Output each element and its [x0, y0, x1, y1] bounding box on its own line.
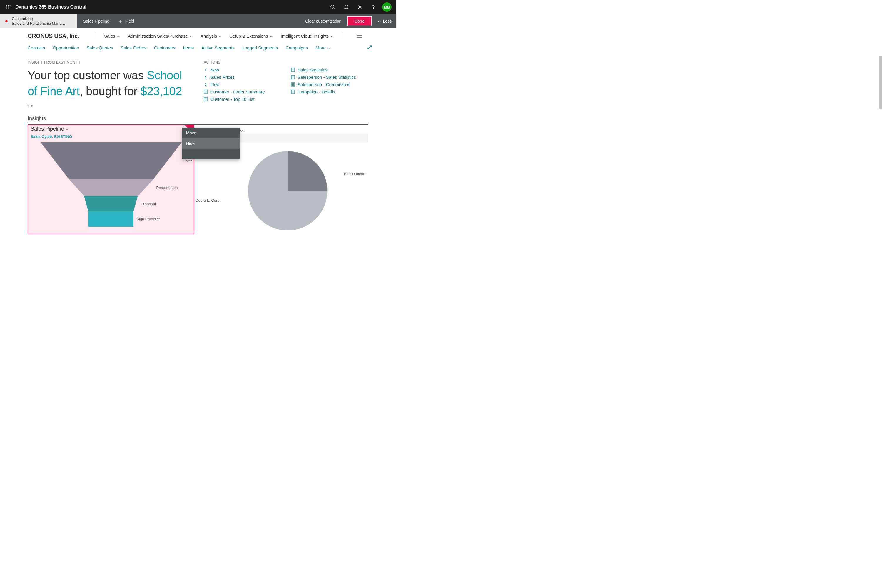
customizing-banner: Customizing Sales and Relationship Mana…: [0, 14, 77, 28]
subnav-link[interactable]: Items: [183, 45, 194, 50]
svg-point-0: [6, 5, 7, 6]
plus-icon: ＋: [118, 18, 123, 25]
svg-point-7: [8, 9, 9, 9]
subnav-link[interactable]: Customers: [154, 45, 176, 50]
pager-dot[interactable]: [31, 105, 33, 107]
company-name: CRONUS USA, Inc.: [28, 33, 86, 39]
insight-pager[interactable]: [28, 105, 192, 107]
funnel-stage-label: Proposal: [141, 202, 156, 206]
subnav-more[interactable]: More: [315, 45, 330, 50]
context-menu: Move Hide: [182, 128, 240, 159]
context-menu-move[interactable]: Move: [182, 128, 240, 138]
add-field-button[interactable]: ＋ Field: [118, 18, 134, 25]
user-avatar[interactable]: MB: [382, 2, 392, 12]
chevron-down-icon: [218, 33, 221, 39]
top-menu-item[interactable]: Sales: [104, 33, 120, 39]
subnav-link[interactable]: Sales Quotes: [86, 45, 113, 50]
action-link[interactable]: Salesperson - Commission: [291, 82, 356, 87]
action-link[interactable]: Flow: [204, 82, 265, 87]
chevron-right-icon: [204, 75, 208, 79]
settings-icon[interactable]: [353, 0, 366, 14]
document-icon: [291, 90, 295, 94]
svg-marker-41: [69, 179, 153, 196]
svg-point-5: [10, 7, 10, 8]
svg-point-8: [10, 9, 10, 9]
svg-point-3: [6, 7, 7, 8]
insights-section-title: Insights: [28, 116, 368, 124]
svg-line-10: [334, 8, 335, 9]
customizing-indicator-icon: [5, 20, 8, 23]
document-icon: [204, 90, 208, 94]
svg-marker-43: [88, 212, 134, 226]
top-menu-item[interactable]: Administration Sales/Purchase: [128, 33, 192, 39]
search-icon[interactable]: [326, 0, 339, 14]
chevron-right-icon: [204, 83, 208, 86]
chevron-up-icon: [378, 19, 381, 24]
subnav-link[interactable]: Contacts: [28, 45, 45, 50]
action-link[interactable]: Campaign - Details: [291, 89, 356, 94]
expand-icon[interactable]: [367, 45, 384, 51]
context-menu-spacer: [182, 149, 240, 159]
document-icon: [291, 82, 295, 87]
subnav-link[interactable]: Opportunities: [52, 45, 79, 50]
action-link[interactable]: Sales Prices: [204, 75, 265, 80]
sales-pipeline-card[interactable]: Sales Pipeline Sales Cycle: EXISTING Ini…: [28, 124, 194, 234]
pie-label: Bart Duncan: [344, 172, 365, 176]
document-icon: [204, 97, 208, 101]
pager-dot[interactable]: [28, 105, 29, 106]
svg-point-11: [359, 6, 361, 8]
insight-headline: Your top customer was School of Fine Art…: [28, 68, 192, 99]
pie-slice: [288, 151, 327, 191]
customizing-title: Customizing: [12, 16, 65, 21]
funnel-stage: Initial: [40, 142, 182, 179]
subnav-link[interactable]: Active Segments: [201, 45, 235, 50]
subnav-link[interactable]: Logged Segments: [242, 45, 278, 50]
tab-sales-pipeline[interactable]: Sales Pipeline: [83, 19, 110, 24]
action-link[interactable]: Customer - Order Summary: [204, 89, 265, 94]
action-link[interactable]: Customer - Top 10 List: [204, 97, 265, 102]
funnel-stage: Proposal: [84, 196, 138, 212]
svg-point-1: [8, 5, 9, 6]
top-menu-item[interactable]: Analysis: [201, 33, 221, 39]
notifications-icon[interactable]: [340, 0, 353, 14]
svg-point-6: [6, 9, 7, 9]
document-icon: [291, 75, 295, 80]
funnel-stage-label: Presentation: [156, 186, 178, 190]
funnel-stage-label: Sign Contract: [136, 217, 160, 221]
document-icon: [291, 68, 295, 72]
actions-heading: ACTIONS: [204, 60, 368, 64]
chevron-right-icon: [204, 68, 208, 72]
insight-overline: INSIGHT FROM LAST MONTH: [28, 60, 192, 64]
svg-point-4: [8, 7, 9, 8]
action-link[interactable]: Sales Statistics: [291, 68, 356, 72]
sales-pipeline-header[interactable]: Sales Pipeline: [31, 125, 191, 133]
divider: [342, 32, 342, 39]
svg-point-2: [10, 5, 10, 6]
clear-customization-link[interactable]: Clear customization: [305, 19, 341, 24]
chevron-down-icon: [116, 33, 120, 39]
more-commands-icon[interactable]: [357, 33, 362, 39]
app-launcher-icon[interactable]: [2, 5, 14, 9]
svg-marker-42: [84, 196, 138, 212]
funnel-stage: Sign Contract: [88, 212, 134, 226]
less-toggle[interactable]: Less: [378, 19, 392, 24]
action-link[interactable]: New: [204, 68, 265, 72]
pie-label: Debra L. Core: [195, 198, 220, 202]
divider: [95, 32, 95, 39]
customizing-subtitle: Sales and Relationship Mana…: [12, 21, 65, 26]
chevron-down-icon: [269, 33, 273, 39]
svg-marker-40: [40, 142, 182, 179]
top-menu-item[interactable]: Setup & Extensions: [230, 33, 273, 39]
chevron-down-icon: [240, 128, 243, 134]
chevron-down-icon: [189, 33, 192, 39]
chevron-down-icon: [330, 33, 333, 39]
subnav-link[interactable]: Sales Orders: [120, 45, 146, 50]
action-link[interactable]: Salesperson - Sales Statistics: [291, 75, 356, 80]
help-icon[interactable]: [367, 0, 380, 14]
done-button[interactable]: Done: [347, 16, 372, 26]
funnel-stage: Presentation: [69, 179, 153, 196]
top-menu-item[interactable]: Intelligent Cloud Insights: [281, 33, 333, 39]
context-menu-hide[interactable]: Hide: [182, 138, 240, 149]
svg-point-12: [373, 8, 374, 9]
subnav-link[interactable]: Campaigns: [286, 45, 308, 50]
